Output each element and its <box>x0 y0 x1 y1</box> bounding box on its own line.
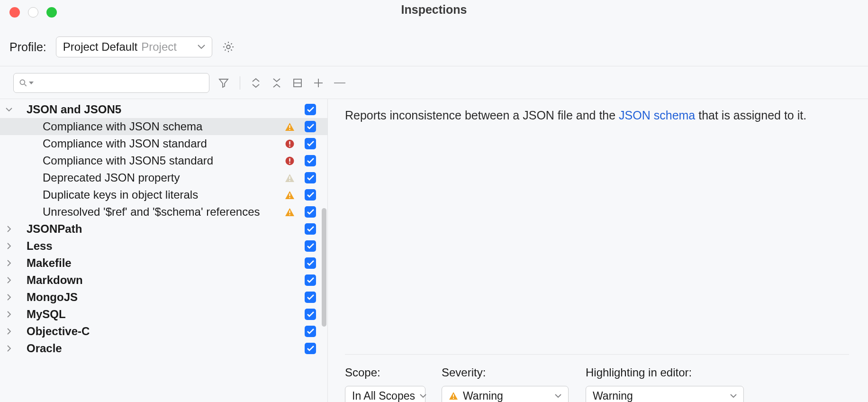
highlighting-label: Highlighting in editor: <box>586 366 747 379</box>
tree-item[interactable]: Compliance with JSON standard <box>0 135 327 152</box>
svg-rect-6 <box>289 125 290 128</box>
group-label: Objective-C <box>27 325 283 338</box>
group-label: Markdown <box>27 274 283 287</box>
scope-label: Scope: <box>345 366 440 379</box>
profile-dropdown[interactable]: Project Default Project <box>56 37 212 57</box>
svg-point-1 <box>20 80 25 84</box>
scrollbar[interactable] <box>322 208 326 327</box>
chevron-down-icon <box>420 394 426 398</box>
tree-group[interactable]: Objective-C <box>0 323 327 340</box>
tree-item[interactable]: Duplicate keys in object literals <box>0 186 327 203</box>
tree-group[interactable]: JSON and JSON5 <box>0 101 327 118</box>
profile-value: Project Default <box>63 40 137 54</box>
search-icon <box>18 78 28 88</box>
chevron-down-icon <box>198 45 205 49</box>
chevron-right-icon[interactable] <box>0 328 18 335</box>
severity-dropdown[interactable]: Warning <box>442 386 569 402</box>
tree-group[interactable]: Makefile <box>0 255 327 272</box>
group-checkbox[interactable] <box>305 240 316 252</box>
svg-rect-12 <box>289 158 290 162</box>
severity-label: Severity: <box>442 366 584 379</box>
chevron-right-icon[interactable] <box>0 277 18 283</box>
profile-suffix: Project <box>141 40 177 54</box>
group-checkbox[interactable] <box>305 309 316 320</box>
svg-rect-20 <box>453 394 454 397</box>
svg-rect-16 <box>289 193 290 196</box>
profile-label: Profile: <box>9 40 46 54</box>
svg-rect-9 <box>289 141 290 145</box>
tree-group[interactable]: MongoJS <box>0 289 327 306</box>
warning-triangle-icon <box>449 392 458 400</box>
group-checkbox[interactable] <box>305 223 316 235</box>
severity-error-icon <box>283 156 296 165</box>
group-label: MySQL <box>27 308 283 321</box>
inspection-description: Reports inconsistence between a JSON fil… <box>345 107 849 124</box>
item-label: Compliance with JSON5 standard <box>43 154 283 167</box>
svg-rect-10 <box>289 146 290 146</box>
group-checkbox[interactable] <box>305 326 316 337</box>
tree-group[interactable]: MySQL <box>0 306 327 323</box>
severity-warning-icon <box>283 122 296 131</box>
chevron-right-icon[interactable] <box>0 345 18 352</box>
detail-pane: Reports inconsistence between a JSON fil… <box>328 99 868 402</box>
svg-rect-13 <box>289 163 290 164</box>
chevron-down-icon[interactable] <box>0 108 18 112</box>
highlighting-dropdown[interactable]: Warning <box>586 386 744 402</box>
group-label: JSON and JSON5 <box>27 103 283 116</box>
json-schema-link[interactable]: JSON schema <box>619 109 695 122</box>
group-checkbox[interactable] <box>305 104 316 115</box>
severity-error-icon <box>283 139 296 148</box>
chevron-right-icon[interactable] <box>0 226 18 232</box>
tree-group[interactable]: Oracle <box>0 340 327 357</box>
search-options-chevron-icon <box>29 82 34 84</box>
scope-dropdown[interactable]: In All Scopes <box>345 386 425 402</box>
gear-icon[interactable] <box>222 40 235 54</box>
add-icon[interactable] <box>313 78 324 88</box>
severity-weak-warning-icon <box>283 174 296 183</box>
svg-rect-21 <box>453 398 454 399</box>
item-checkbox[interactable] <box>305 206 316 218</box>
svg-rect-18 <box>289 210 290 213</box>
remove-icon[interactable] <box>334 82 345 83</box>
filter-icon[interactable] <box>218 77 229 89</box>
tree-group[interactable]: Less <box>0 238 327 255</box>
item-checkbox[interactable] <box>305 121 316 132</box>
item-checkbox[interactable] <box>305 189 316 201</box>
tree-item[interactable]: Deprecated JSON property <box>0 169 327 186</box>
svg-rect-7 <box>289 129 290 130</box>
group-label: JSONPath <box>27 222 283 236</box>
tree-item[interactable]: Unresolved '$ref' and '$schema' referenc… <box>0 203 327 220</box>
main-area: JSON and JSON5Compliance with JSON schem… <box>0 99 868 402</box>
chevron-right-icon[interactable] <box>0 311 18 318</box>
toolbar <box>0 66 868 99</box>
collapse-all-icon[interactable] <box>271 77 282 89</box>
group-checkbox[interactable] <box>305 274 316 286</box>
item-label: Unresolved '$ref' and '$schema' referenc… <box>43 205 283 219</box>
profile-row: Profile: Project Default Project <box>0 18 868 66</box>
tree-item[interactable]: Compliance with JSON schema <box>0 118 327 135</box>
expand-all-icon[interactable] <box>251 77 261 89</box>
group-checkbox[interactable] <box>305 292 316 303</box>
item-checkbox[interactable] <box>305 155 316 166</box>
group-checkbox[interactable] <box>305 343 316 354</box>
group-label: Oracle <box>27 342 283 355</box>
tree-group[interactable]: JSONPath <box>0 220 327 238</box>
chevron-right-icon[interactable] <box>0 260 18 266</box>
item-label: Duplicate keys in object literals <box>43 188 283 201</box>
group-label: MongoJS <box>27 291 283 304</box>
tree-item[interactable]: Compliance with JSON5 standard <box>0 152 327 169</box>
group-label: Makefile <box>27 256 283 270</box>
reset-icon[interactable] <box>292 78 303 88</box>
svg-rect-15 <box>289 180 290 181</box>
item-label: Deprecated JSON property <box>43 171 283 184</box>
tree-group[interactable]: Markdown <box>0 272 327 289</box>
chevron-right-icon[interactable] <box>0 243 18 249</box>
item-checkbox[interactable] <box>305 138 316 149</box>
divider <box>345 354 849 355</box>
group-checkbox[interactable] <box>305 257 316 269</box>
chevron-right-icon[interactable] <box>0 294 18 301</box>
inspection-tree: JSON and JSON5Compliance with JSON schem… <box>0 99 328 402</box>
search-input[interactable] <box>13 73 209 93</box>
options-grid: Scope: Severity: Highlighting in editor:… <box>345 366 849 402</box>
item-checkbox[interactable] <box>305 172 316 183</box>
